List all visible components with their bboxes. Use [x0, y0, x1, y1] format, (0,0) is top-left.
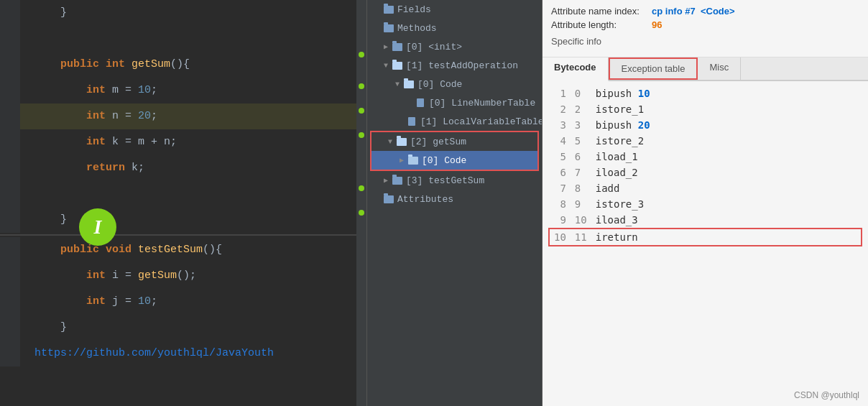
attribute-name-label: Attribute name index: — [551, 6, 652, 17]
code-line: int m = 10; — [0, 78, 366, 103]
line-gutter — [0, 0, 20, 26]
code-line: } — [0, 0, 366, 26]
tab-misc-label: Misc — [709, 62, 729, 73]
instruction: istore_1 — [591, 101, 862, 117]
tree-item-test-add[interactable]: [1] testAddOperation — [367, 56, 542, 75]
tree-label-code1: [0] Code — [422, 155, 466, 166]
line-content: } — [29, 207, 67, 233]
tree-item-line-number-table[interactable]: [0] LineNumberTable — [367, 93, 542, 112]
tree-item-test-getsum[interactable]: [3] testGetSum — [367, 171, 542, 190]
offset: 6 — [571, 149, 591, 165]
line-content: int m = 10; — [29, 78, 157, 103]
line-gutter — [0, 26, 20, 52]
arrow-right-icon — [397, 156, 406, 165]
row-num: 5 — [549, 149, 571, 165]
code-line: int j = 10; — [0, 289, 366, 315]
instruction: iload_2 — [591, 165, 862, 180]
code-line-highlighted: int n = 20; — [0, 103, 366, 129]
bytecode-row-3: 3 3 bipush 20 — [549, 117, 862, 133]
scrollbar-gutter — [356, 0, 366, 406]
line-content — [29, 26, 41, 52]
attribute-length-label: Attribute length: — [551, 19, 652, 30]
row-num: 3 — [549, 117, 571, 133]
cursor-indicator: I — [79, 208, 116, 246]
instruction: iadd — [591, 180, 862, 196]
line-gutter — [0, 181, 20, 207]
tree-label-code0: [0] Code — [417, 79, 462, 90]
instruction: bipush 10 — [591, 86, 862, 101]
line-gutter — [0, 129, 20, 155]
folder-icon — [392, 41, 403, 52]
tree-item-methods[interactable]: Methods — [367, 19, 542, 37]
bytecode-row-7: 7 8 iadd — [549, 180, 862, 196]
tree-item-init[interactable]: [0] <init> — [367, 37, 542, 56]
row-num: 8 — [549, 196, 571, 212]
tab-exception-table[interactable]: Exception table — [609, 57, 698, 80]
line-content: } — [29, 0, 67, 26]
scroll-marker — [359, 185, 364, 191]
bytecode-row-1: 1 0 bipush 10 — [549, 86, 862, 101]
tree-label-getsum: [2] getSum — [410, 137, 466, 147]
tree-label-local-var-table: [1] LocalVariableTable — [420, 116, 542, 127]
tree-label-attributes: Attributes — [397, 194, 453, 205]
line-gutter — [0, 289, 20, 315]
attribute-length-value: 96 — [652, 19, 662, 30]
instruction: iload_3 — [591, 212, 862, 229]
tree-item-code1[interactable]: [0] Code — [371, 151, 537, 170]
offset: 2 — [571, 101, 591, 117]
line-content: int i = getSum(); — [29, 263, 196, 289]
line-gutter — [0, 103, 20, 129]
folder-icon — [392, 60, 403, 71]
watermark: CSDN @youthlql — [794, 390, 859, 400]
tree-label-fields: Fields — [397, 4, 431, 15]
folder-icon — [383, 193, 394, 205]
instruction: istore_3 — [591, 196, 862, 212]
tree-item-getsum[interactable]: [2] getSum — [371, 132, 537, 151]
bytecode-row-4: 4 5 istore_2 — [549, 133, 862, 149]
tree-panel: Fields Methods [0] <init> [1] testAddOpe… — [366, 0, 542, 406]
bytecode-row-5: 5 6 iload_1 — [549, 149, 862, 165]
tree-label-init: [0] <init> — [406, 42, 462, 52]
tree-item-attributes[interactable]: Attributes — [367, 190, 542, 208]
code-line: int k = m + n; — [0, 129, 366, 155]
tree-item-local-var-table[interactable]: [1] LocalVariableTable — [367, 112, 542, 131]
row-num: 10 — [549, 229, 571, 246]
line-gutter — [0, 155, 20, 181]
code-divider — [0, 234, 366, 236]
row-num: 6 — [549, 165, 571, 180]
line-content: int n = 20; — [29, 103, 157, 129]
line-content: public int getSum(){ — [29, 52, 190, 78]
arrow-right-icon — [382, 42, 390, 51]
line-gutter — [0, 207, 20, 233]
scroll-marker — [359, 210, 364, 216]
line-gutter — [0, 341, 20, 366]
tree-item-fields[interactable]: Fields — [367, 0, 542, 19]
row-num: 4 — [549, 133, 571, 149]
scroll-marker — [359, 132, 364, 138]
code-tag: <Code> — [701, 6, 735, 17]
tree-item-code0[interactable]: [0] Code — [367, 75, 542, 93]
instruction: istore_2 — [591, 133, 862, 149]
tabs-row: Bytecode Exception table Misc — [542, 57, 868, 81]
tab-bytecode[interactable]: Bytecode — [542, 57, 609, 81]
attribute-name-value: cp info #7 <Code> — [652, 6, 735, 17]
row-num: 1 — [549, 86, 571, 101]
offset: 3 — [571, 117, 591, 133]
tab-bytecode-label: Bytecode — [554, 62, 596, 73]
scroll-marker — [359, 52, 364, 57]
offset: 9 — [571, 196, 591, 212]
offset: 0 — [571, 86, 591, 101]
bytecode-row-8: 8 9 istore_3 — [549, 196, 862, 212]
offset: 11 — [571, 229, 591, 246]
cp-info-ref: cp info #7 — [652, 6, 696, 17]
tab-exception-label: Exception table — [622, 63, 685, 74]
line-content: int j = 10; — [29, 289, 157, 315]
row-num: 7 — [549, 180, 571, 196]
offset: 5 — [571, 133, 591, 149]
instruction: iload_1 — [591, 149, 862, 165]
folder-icon — [383, 22, 394, 34]
bytecode-row-6: 6 7 iload_2 — [549, 165, 862, 180]
tree-item-getsum-container: [2] getSum [0] Code — [370, 131, 539, 171]
tab-misc[interactable]: Misc — [698, 57, 741, 80]
scroll-marker — [359, 108, 364, 114]
